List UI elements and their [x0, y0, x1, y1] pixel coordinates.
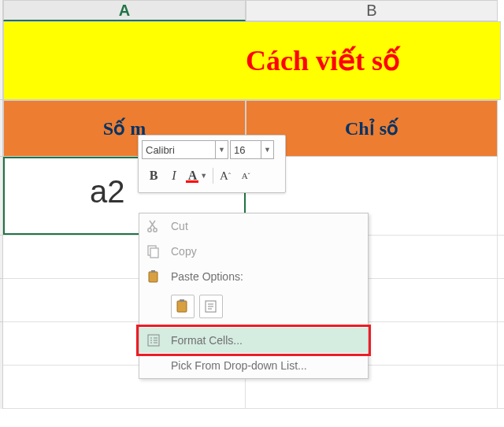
- menu-copy[interactable]: Copy: [139, 239, 368, 264]
- svg-point-0: [148, 228, 151, 232]
- menu-cut[interactable]: Cut: [139, 214, 368, 239]
- shrink-font-button[interactable]: Aˇ: [237, 167, 254, 184]
- column-header-b[interactable]: B: [246, 0, 498, 21]
- menu-copy-label: Copy: [171, 245, 197, 258]
- font-name-value: Calibri: [143, 144, 215, 156]
- svg-point-1: [154, 228, 157, 232]
- paste-icon: [144, 267, 163, 286]
- svg-rect-4: [149, 272, 158, 282]
- bold-button[interactable]: B: [145, 167, 162, 184]
- svg-rect-5: [151, 270, 155, 273]
- menu-paste-options-label: Paste Options:: [171, 270, 243, 283]
- menu-cut-label: Cut: [171, 220, 188, 232]
- menu-format-cells[interactable]: Format Cells...: [139, 328, 368, 353]
- svg-rect-3: [150, 248, 158, 258]
- copy-icon: [144, 242, 163, 261]
- paste-option-keep-source[interactable]: [171, 295, 195, 318]
- chevron-down-icon[interactable]: ▼: [261, 141, 273, 158]
- font-size-combo[interactable]: 16 ▼: [230, 140, 274, 159]
- italic-button[interactable]: I: [165, 167, 183, 184]
- chevron-down-icon[interactable]: ▼: [215, 141, 228, 158]
- font-color-button[interactable]: A ▼: [186, 167, 209, 184]
- svg-rect-7: [180, 299, 184, 302]
- menu-paste-options: Paste Options:: [139, 264, 368, 289]
- mini-toolbar: Calibri ▼ 16 ▼ B I A ▼ Aˆ Aˇ: [138, 135, 286, 193]
- menu-pick-from-list-label: Pick From Drop-down List...: [171, 359, 307, 372]
- title-banner: Cách viết số: [3, 21, 501, 100]
- svg-rect-6: [177, 301, 187, 312]
- format-cells-icon: [144, 331, 163, 350]
- menu-pick-from-list[interactable]: Pick From Drop-down List...: [139, 353, 368, 378]
- banner-title: Cách viết số: [104, 44, 400, 77]
- font-name-combo[interactable]: Calibri ▼: [142, 140, 228, 159]
- paste-options-strip: [139, 289, 368, 324]
- chevron-down-icon[interactable]: ▼: [200, 172, 207, 180]
- paste-option-text-only[interactable]: [199, 295, 223, 318]
- cut-icon: [144, 217, 163, 236]
- column-header-a[interactable]: A: [3, 0, 246, 21]
- font-color-swatch: [186, 180, 198, 183]
- blank-icon: [144, 356, 163, 375]
- context-menu: Cut Copy Paste Options: Format Cells... …: [139, 213, 369, 379]
- grow-font-button[interactable]: Aˆ: [217, 167, 234, 184]
- font-size-value: 16: [231, 144, 261, 156]
- menu-format-cells-label: Format Cells...: [171, 334, 243, 347]
